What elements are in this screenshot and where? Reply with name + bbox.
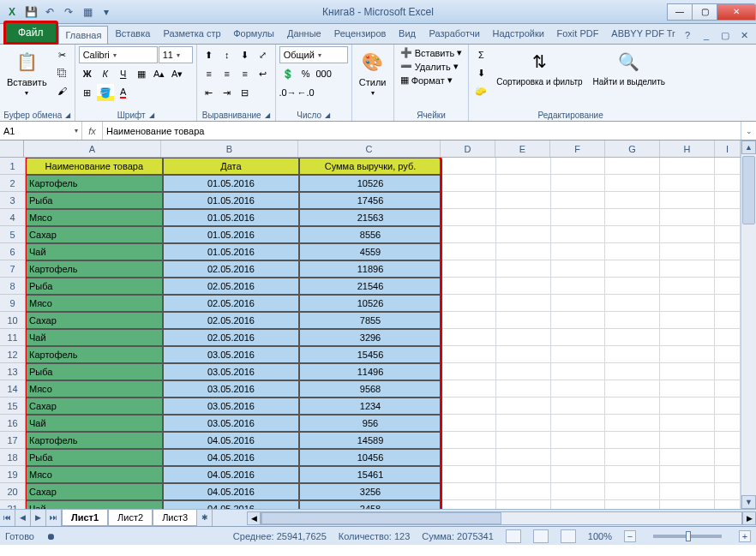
- comma-icon[interactable]: 000: [315, 65, 333, 82]
- new-sheet-icon[interactable]: ✱: [197, 510, 213, 526]
- cell[interactable]: [441, 158, 496, 175]
- cell[interactable]: [715, 363, 741, 380]
- align-middle-icon[interactable]: ↕: [219, 46, 236, 63]
- file-tab[interactable]: Файл: [3, 21, 58, 45]
- view-normal-icon[interactable]: [506, 529, 521, 543]
- cell[interactable]: 21563: [299, 209, 441, 226]
- cell[interactable]: [496, 329, 551, 346]
- cell[interactable]: [496, 380, 551, 398]
- cell[interactable]: [660, 466, 715, 483]
- row-header[interactable]: 10: [0, 312, 25, 329]
- cell[interactable]: [605, 363, 660, 380]
- row-header[interactable]: 20: [0, 483, 25, 500]
- cell[interactable]: [715, 329, 741, 346]
- cell[interactable]: [605, 260, 660, 278]
- row-header[interactable]: 2: [0, 175, 25, 192]
- save-icon[interactable]: 💾: [22, 3, 39, 21]
- cell[interactable]: [605, 380, 660, 398]
- cell[interactable]: 21546: [299, 278, 441, 295]
- grow-font-icon[interactable]: A▴: [151, 65, 168, 82]
- cell[interactable]: 02.05.2016: [163, 312, 300, 329]
- cell[interactable]: [441, 260, 496, 278]
- cell[interactable]: Наименование товара: [26, 158, 163, 175]
- align-center-icon[interactable]: ≡: [219, 65, 236, 82]
- cell[interactable]: [441, 243, 496, 260]
- cell[interactable]: [605, 226, 660, 243]
- ribbon-tab[interactable]: Главная: [58, 26, 109, 44]
- cell[interactable]: [715, 175, 741, 192]
- cell[interactable]: [551, 295, 606, 312]
- cell[interactable]: [496, 363, 551, 380]
- cell[interactable]: [551, 398, 606, 415]
- cell[interactable]: [605, 329, 660, 346]
- cell[interactable]: [496, 415, 551, 432]
- cell[interactable]: [441, 346, 496, 363]
- name-box[interactable]: A1▾: [0, 122, 82, 140]
- align-right-icon[interactable]: ≡: [237, 65, 254, 82]
- cell[interactable]: [605, 209, 660, 226]
- cell[interactable]: Мясо: [26, 380, 163, 398]
- cell[interactable]: Чай: [26, 329, 163, 346]
- cell[interactable]: 04.05.2016: [163, 449, 300, 466]
- qat-item-icon[interactable]: ▦: [79, 3, 96, 21]
- minimize-button[interactable]: —: [667, 3, 693, 21]
- cell[interactable]: 03.05.2016: [163, 415, 300, 432]
- cell[interactable]: [496, 500, 551, 509]
- sheet-tab[interactable]: Лист1: [62, 510, 108, 526]
- cell[interactable]: [605, 312, 660, 329]
- cell[interactable]: [660, 415, 715, 432]
- cell[interactable]: 8556: [299, 226, 441, 243]
- cell[interactable]: 04.05.2016: [163, 432, 300, 449]
- cell[interactable]: [660, 192, 715, 209]
- decrease-decimal-icon[interactable]: ←.0: [297, 84, 315, 101]
- cell[interactable]: [441, 483, 496, 500]
- column-header[interactable]: G: [605, 140, 660, 157]
- cell[interactable]: [496, 226, 551, 243]
- cell[interactable]: [605, 415, 660, 432]
- cell[interactable]: [551, 226, 606, 243]
- cell[interactable]: 01.05.2016: [163, 243, 300, 260]
- number-format-combo[interactable]: Общий▾: [279, 46, 348, 63]
- horizontal-scrollbar[interactable]: ◀ ▶: [247, 510, 756, 526]
- cell[interactable]: 15461: [299, 466, 441, 483]
- column-header[interactable]: A: [24, 140, 161, 157]
- row-header[interactable]: 3: [0, 192, 25, 209]
- ribbon-tab[interactable]: Формулы: [226, 25, 280, 44]
- cell[interactable]: [551, 209, 606, 226]
- cell[interactable]: 10526: [299, 175, 441, 192]
- cell[interactable]: [496, 175, 551, 192]
- cell[interactable]: 03.05.2016: [163, 363, 300, 380]
- row-header[interactable]: 7: [0, 260, 25, 278]
- delete-cells-button[interactable]: ➖Удалить ▾: [398, 60, 465, 73]
- increase-decimal-icon[interactable]: .0→: [279, 84, 297, 101]
- cell[interactable]: [715, 226, 741, 243]
- cell[interactable]: Рыба: [26, 192, 163, 209]
- column-header[interactable]: H: [660, 140, 715, 157]
- cell[interactable]: 2458: [299, 500, 441, 509]
- fx-button[interactable]: fx: [82, 122, 103, 140]
- dialog-launcher-icon[interactable]: ◢: [65, 111, 70, 119]
- cell[interactable]: [441, 192, 496, 209]
- cell[interactable]: Мясо: [26, 295, 163, 312]
- cell[interactable]: [605, 295, 660, 312]
- scroll-right-icon[interactable]: ▶: [742, 511, 756, 525]
- cell[interactable]: [551, 483, 606, 500]
- cell[interactable]: [660, 243, 715, 260]
- cell[interactable]: [715, 295, 741, 312]
- cell[interactable]: [715, 243, 741, 260]
- zoom-in-button[interactable]: +: [739, 530, 751, 542]
- cell[interactable]: [441, 295, 496, 312]
- cell[interactable]: [660, 260, 715, 278]
- cell[interactable]: [715, 209, 741, 226]
- wrap-text-icon[interactable]: ↩: [255, 65, 272, 82]
- cell[interactable]: [715, 260, 741, 278]
- clear-icon[interactable]: 🧽: [472, 82, 489, 99]
- insert-cells-button[interactable]: ➕Вставить ▾: [398, 46, 465, 59]
- row-header[interactable]: 18: [0, 449, 25, 466]
- cut-icon[interactable]: ✂: [54, 46, 71, 63]
- cell[interactable]: 02.05.2016: [163, 329, 300, 346]
- cell[interactable]: [441, 415, 496, 432]
- column-header[interactable]: B: [161, 140, 298, 157]
- scroll-thumb[interactable]: [261, 512, 501, 524]
- percent-icon[interactable]: %: [297, 65, 315, 82]
